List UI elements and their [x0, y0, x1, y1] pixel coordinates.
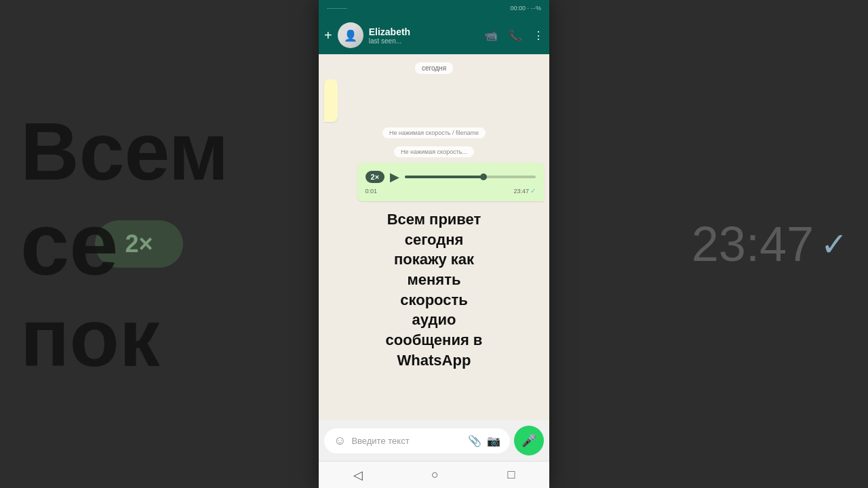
phone-frame: ············ 00:00 · ···% + 👤 Elizabeth …: [319, 0, 549, 488]
menu-icon[interactable]: ⋮: [533, 29, 544, 42]
read-checkmark: ✓: [530, 187, 536, 195]
overlay-line-6: аудио: [331, 310, 537, 330]
received-message-1: [324, 79, 338, 122]
video-call-icon[interactable]: 📹: [484, 29, 498, 42]
input-field[interactable]: ☺ Введите текст 📎 📷: [324, 428, 510, 453]
contact-status: last seen...: [369, 37, 479, 45]
camera-icon[interactable]: 📷: [487, 434, 500, 447]
bg-time-display: 23:47 ✓: [692, 216, 848, 272]
audio-controls: 2× ▶: [366, 169, 536, 184]
attach-icon[interactable]: 📎: [468, 434, 481, 447]
back-nav-button[interactable]: ◁: [353, 468, 363, 483]
bg-time-text: 23:47: [692, 216, 814, 272]
back-button[interactable]: +: [324, 28, 332, 43]
status-msg-2: Не нажимая скорость...: [394, 144, 474, 160]
mic-button[interactable]: 🎤: [514, 426, 544, 455]
bg-right-text-overlay: 23:47 ✓: [549, 0, 868, 488]
overlay-line-4: менять: [331, 270, 537, 290]
contact-name: Elizabeth: [369, 26, 479, 37]
speed-badge[interactable]: 2×: [366, 171, 385, 183]
avatar-image: 👤: [338, 22, 363, 48]
audio-meta: 0:01 23:47 ✓: [366, 187, 536, 195]
message-input-placeholder[interactable]: Введите текст: [351, 436, 462, 446]
audio-progress-fill: [405, 176, 484, 178]
audio-sent-time: 23:47 ✓: [513, 187, 536, 195]
contact-info[interactable]: Elizabeth last seen...: [369, 26, 479, 45]
date-badge: сегодня: [415, 62, 453, 74]
status-text-2: Не нажимая скорость...: [394, 146, 474, 157]
bg-big-text-3: пок: [20, 293, 160, 382]
chat-area: сегодня Не нажимая скорость / filename Н…: [319, 54, 549, 420]
audio-elapsed-time: 0:01: [366, 188, 378, 195]
overlay-line-7: сообщения в: [331, 330, 537, 350]
overlay-line-3: покажу как: [331, 249, 537, 270]
bg-text-overlay: Всем се пок: [0, 0, 319, 488]
home-nav-button[interactable]: ○: [431, 468, 439, 482]
bg-checkmark: ✓: [821, 225, 848, 263]
status-msg-1: Не нажимая скорость / filename: [382, 125, 486, 141]
audio-progress-dot: [480, 174, 487, 180]
overlay-line-5: скорость: [331, 290, 537, 310]
bottom-nav: ◁ ○ □: [319, 461, 549, 488]
wa-header: + 👤 Elizabeth last seen... 📹 📞 ⋮: [319, 16, 549, 54]
status-text-1: Не нажимая скорость / filename: [382, 127, 486, 138]
contact-avatar[interactable]: 👤: [338, 22, 363, 48]
recent-nav-button[interactable]: □: [507, 468, 515, 482]
mic-icon: 🎤: [521, 433, 536, 448]
overlay-text: Всем привет сегодня покажу как менять ск…: [324, 204, 544, 376]
sent-time-text: 23:47: [513, 188, 529, 195]
play-button[interactable]: ▶: [390, 169, 399, 184]
status-bar: ············ 00:00 · ···%: [319, 0, 549, 16]
bg-big-text-1: Всем: [20, 106, 229, 196]
audio-message: 2× ▶ 0:01 23:47 ✓: [357, 163, 544, 201]
input-bar: ☺ Введите текст 📎 📷 🎤: [319, 420, 549, 461]
status-right: 00:00 · ···%: [510, 5, 541, 12]
audio-progress-bar[interactable]: [405, 176, 536, 178]
overlay-line-8: WhatsApp: [331, 350, 537, 371]
bg-left-panel: 2× Всем се пок: [0, 0, 319, 488]
bg-right-panel: 23:47 ✓: [549, 0, 868, 488]
overlay-line-1: Всем привет: [331, 209, 537, 230]
voice-call-icon[interactable]: 📞: [509, 29, 522, 42]
outer-container: 2× Всем се пок 23:47 ✓ ············ 00:0…: [0, 0, 868, 488]
bg-big-text-2: се: [20, 196, 119, 293]
emoji-icon[interactable]: ☺: [334, 434, 346, 448]
overlay-line-2: сегодня: [331, 230, 537, 250]
status-left: ············: [327, 5, 347, 12]
header-icons: 📹 📞 ⋮: [484, 29, 544, 42]
